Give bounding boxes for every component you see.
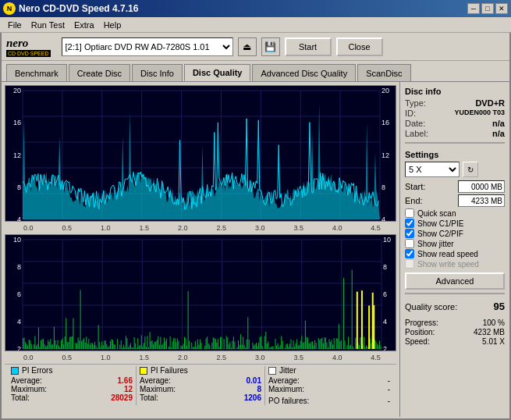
stat-jitter: Jitter Average:- Maximum:- PO failures:-: [265, 366, 393, 405]
tab-scandisc[interactable]: ScanDisc: [357, 64, 410, 81]
menu-bar: File Run Test Extra Help: [0, 17, 511, 33]
refresh-button[interactable]: ↻: [463, 162, 478, 177]
title-bar-title: Nero CD-DVD Speed 4.7.16: [19, 3, 138, 14]
quick-scan-checkbox[interactable]: [405, 208, 414, 218]
logo-nero: nero: [6, 37, 51, 50]
pi-errors-label: PI Errors: [22, 366, 52, 375]
speed-value: 5.01 X: [482, 337, 505, 346]
main-window: nero CD·DVD·SPEED [2:1] Optiarc DVD RW A…: [0, 33, 511, 420]
show-write-checkbox[interactable]: [405, 259, 414, 269]
advanced-button[interactable]: Advanced: [405, 272, 505, 290]
progress-section: Progress: 100 % Position: 4232 MB Speed:…: [405, 319, 505, 347]
show-read-checkbox[interactable]: [405, 249, 414, 258]
lower-chart: [5, 234, 396, 351]
tab-advanced-disc-quality[interactable]: Advanced Disc Quality: [252, 64, 356, 81]
stat-pi-failures: PI Failures Average:0.01 Maximum:8 Total…: [137, 366, 265, 405]
menu-run-test[interactable]: Run Test: [27, 19, 69, 31]
upper-x-axis: 0.00.51.01.52.02.53.03.54.04.5: [5, 223, 396, 233]
logo: nero CD·DVD·SPEED: [6, 37, 51, 57]
show-jitter-checkbox[interactable]: [405, 239, 414, 248]
close-button[interactable]: ✕: [495, 3, 508, 14]
app-icon: N: [3, 2, 16, 15]
settings-title: Settings: [405, 150, 505, 159]
start-input[interactable]: [458, 180, 505, 193]
tab-disc-quality[interactable]: Disc Quality: [184, 64, 251, 81]
end-input[interactable]: [458, 194, 505, 207]
quality-row: Quality score: 95: [405, 301, 505, 312]
title-bar: N Nero CD-DVD Speed 4.7.16 ─ □ ✕: [0, 0, 511, 17]
disc-info-section: Disc info Type: DVD+R ID: YUDEN000 T03 D…: [405, 87, 505, 139]
charts-area: 0.00.51.01.52.02.53.03.54.04.5 0.00.51.0…: [2, 82, 399, 417]
save-icon[interactable]: 💾: [261, 37, 280, 56]
disc-info-title: Disc info: [405, 87, 505, 96]
tab-benchmark[interactable]: Benchmark: [6, 64, 67, 81]
logo-sub: CD·DVD·SPEED: [6, 50, 51, 57]
show-c1-checkbox[interactable]: [405, 219, 414, 228]
tab-create-disc[interactable]: Create Disc: [69, 64, 130, 81]
position-value: 4232 MB: [474, 328, 505, 336]
upper-chart: [5, 85, 396, 222]
lower-x-axis: 0.00.51.01.52.02.53.03.54.04.5: [5, 353, 396, 362]
jitter-color: [268, 367, 276, 375]
title-bar-buttons: ─ □ ✕: [467, 3, 508, 14]
start-button[interactable]: Start: [285, 37, 332, 56]
show-c2-checkbox[interactable]: [405, 229, 414, 238]
quality-score: 95: [494, 301, 505, 312]
stat-pi-errors: PI Errors Average:1.66 Maximum:12 Total:…: [8, 366, 137, 405]
menu-file[interactable]: File: [3, 19, 27, 31]
minimize-button[interactable]: ─: [467, 3, 480, 14]
eject-icon[interactable]: ⏏: [238, 37, 257, 56]
tabs: Benchmark Create Disc Disc Info Disc Qua…: [2, 61, 509, 81]
speed-select[interactable]: 5 X: [405, 162, 460, 177]
content-area: 0.00.51.01.52.02.53.03.54.04.5 0.00.51.0…: [2, 81, 509, 417]
drive-select[interactable]: [2:1] Optiarc DVD RW AD-7280S 1.01: [62, 37, 233, 56]
tab-disc-info[interactable]: Disc Info: [132, 64, 183, 81]
close-toolbar-button[interactable]: Close: [336, 37, 383, 56]
right-panel: Disc info Type: DVD+R ID: YUDEN000 T03 D…: [399, 82, 509, 417]
title-bar-left: N Nero CD-DVD Speed 4.7.16: [3, 2, 138, 15]
pi-failures-color: [140, 367, 147, 375]
menu-help[interactable]: Help: [99, 19, 126, 31]
pi-errors-color: [11, 367, 19, 375]
menu-extra[interactable]: Extra: [69, 19, 99, 31]
maximize-button[interactable]: □: [481, 3, 494, 14]
stats-row: PI Errors Average:1.66 Maximum:12 Total:…: [5, 364, 396, 407]
jitter-label: Jitter: [279, 366, 296, 375]
progress-value: 100 %: [483, 319, 505, 327]
settings-section: Settings 5 X ↻ Start: End: Qui: [405, 150, 505, 290]
pi-failures-label: PI Failures: [151, 366, 188, 375]
toolbar: nero CD·DVD·SPEED [2:1] Optiarc DVD RW A…: [2, 33, 509, 61]
